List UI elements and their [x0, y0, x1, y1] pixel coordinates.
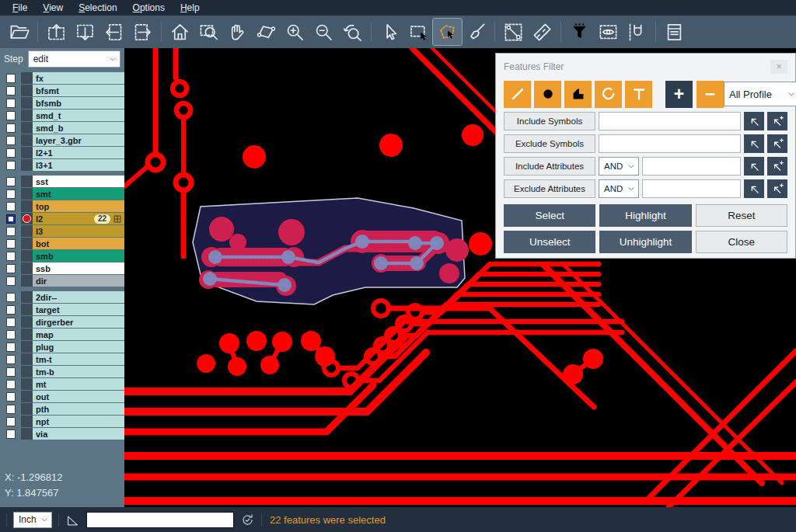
pan-hand-button[interactable]: [223, 19, 252, 45]
layer-name-cell[interactable]: tm-t: [33, 353, 124, 365]
layer-checkbox[interactable]: [6, 405, 16, 414]
layer-name-cell[interactable]: bot: [33, 238, 124, 249]
layer-active-cell[interactable]: [21, 304, 33, 315]
layer-checkbox[interactable]: [6, 252, 16, 261]
layer-checkbox[interactable]: [6, 161, 16, 170]
layer-checkbox[interactable]: [6, 239, 16, 249]
reset-button[interactable]: Reset: [696, 204, 787, 227]
layer-checkbox[interactable]: [6, 367, 16, 377]
command-input[interactable]: [86, 512, 234, 528]
exclude-symbols-input[interactable]: [599, 134, 741, 153]
layer-checkbox[interactable]: [6, 227, 16, 236]
layer-name-cell[interactable]: l3+1: [33, 159, 124, 171]
mode-plus-button[interactable]: +: [665, 81, 693, 108]
include-attributes-operator-combobox[interactable]: AND: [599, 157, 639, 176]
layer-name-cell[interactable]: l2+1: [33, 147, 124, 158]
zoom-in-button[interactable]: [281, 19, 309, 45]
layer-checkbox[interactable]: [6, 429, 16, 439]
layer-checkbox[interactable]: [6, 190, 16, 199]
select-button[interactable]: Select: [504, 204, 595, 227]
brush-select-button[interactable]: [462, 19, 491, 45]
exclude-attributes-input[interactable]: [642, 179, 741, 198]
layer-name-cell[interactable]: mt: [33, 378, 124, 390]
layer-active-cell[interactable]: [21, 213, 33, 224]
layer-checkbox[interactable]: [6, 355, 16, 364]
close-button[interactable]: Close: [696, 231, 787, 253]
pan-down-button[interactable]: [71, 19, 100, 45]
layer-active-cell[interactable]: [21, 353, 33, 365]
layer-name-cell[interactable]: smd_b: [33, 122, 124, 134]
layer-active-cell[interactable]: [21, 110, 33, 121]
layer-name-cell[interactable]: top: [33, 200, 124, 212]
profile-combobox[interactable]: All Profile: [724, 82, 796, 106]
layer-active-cell[interactable]: [21, 225, 33, 237]
layer-checkbox[interactable]: [6, 380, 16, 389]
layer-name-cell[interactable]: out: [33, 391, 124, 402]
layer-name-cell[interactable]: fx: [33, 72, 124, 84]
layer-active-cell[interactable]: [21, 291, 33, 303]
layer-checkbox[interactable]: [6, 417, 16, 426]
layer-name-cell[interactable]: tm-b: [33, 366, 124, 377]
ruler-button[interactable]: [528, 19, 557, 45]
filter-surface-button[interactable]: [564, 81, 592, 108]
layer-active-cell[interactable]: [21, 329, 33, 340]
menu-help[interactable]: Help: [173, 0, 208, 16]
layer-checkbox[interactable]: [6, 136, 16, 145]
layer-active-cell[interactable]: [21, 159, 33, 171]
menu-file[interactable]: File: [5, 0, 35, 16]
sync-icon[interactable]: [240, 513, 255, 527]
units-combobox[interactable]: Inch: [13, 512, 52, 528]
include-symbols-button[interactable]: Include Symbols: [504, 112, 595, 130]
layer-active-cell[interactable]: [21, 428, 33, 440]
layer-name-cell[interactable]: dirgerber: [33, 316, 124, 328]
layer-checkbox[interactable]: [6, 264, 16, 273]
mode-minus-button[interactable]: −: [696, 81, 724, 108]
layer-active-cell[interactable]: [21, 416, 33, 427]
include-attributes-button[interactable]: Include Attributes: [504, 157, 595, 176]
layer-name-cell[interactable]: ssb: [33, 263, 124, 274]
layer-checkbox[interactable]: [6, 276, 16, 286]
layer-active-cell[interactable]: [21, 250, 33, 262]
angle-measure-icon[interactable]: [65, 513, 80, 527]
layer-name-cell[interactable]: l222: [33, 213, 124, 224]
layer-active-cell[interactable]: [21, 263, 33, 274]
zoom-out-button[interactable]: [309, 19, 338, 45]
layer-name-cell[interactable]: target: [33, 304, 124, 315]
include-attributes-pick-button[interactable]: [744, 157, 764, 176]
step-combobox[interactable]: edit: [28, 50, 120, 68]
filter-button[interactable]: [565, 19, 594, 45]
exclude-attributes-pick-add-button[interactable]: [767, 179, 787, 198]
include-symbols-input[interactable]: [599, 112, 741, 130]
layer-active-cell[interactable]: [21, 275, 33, 287]
pan-up-button[interactable]: [42, 19, 71, 45]
layer-checkbox[interactable]: [6, 123, 16, 133]
layer-active-cell[interactable]: [21, 176, 33, 187]
layer-checkbox[interactable]: [6, 74, 16, 83]
include-attributes-pick-add-button[interactable]: [767, 157, 787, 176]
layer-name-cell[interactable]: sst: [33, 176, 124, 187]
layer-checkbox[interactable]: [6, 305, 16, 315]
layer-active-cell[interactable]: [21, 188, 33, 200]
open-button[interactable]: [5, 19, 33, 45]
measure-line-button[interactable]: [499, 19, 528, 45]
layer-active-cell[interactable]: [21, 122, 33, 134]
layer-name-cell[interactable]: smb: [33, 250, 124, 262]
filter-pad-button[interactable]: [534, 81, 561, 108]
layer-active-cell[interactable]: [21, 147, 33, 158]
filter-line-button[interactable]: [504, 81, 531, 108]
filter-text-button[interactable]: [625, 81, 652, 108]
layer-name-cell[interactable]: npt: [33, 416, 124, 427]
layer-name-cell[interactable]: 2dir--: [33, 291, 124, 303]
include-symbols-pick-add-button[interactable]: [767, 112, 787, 130]
unselect-button[interactable]: Unselect: [504, 231, 595, 253]
exclude-symbols-pick-button[interactable]: [744, 134, 764, 153]
layer-active-cell[interactable]: [21, 200, 33, 212]
layer-active-cell[interactable]: [21, 341, 33, 353]
layer-name-cell[interactable]: bfsmb: [33, 97, 124, 109]
layer-active-cell[interactable]: [21, 97, 33, 109]
layer-active-cell[interactable]: [21, 72, 33, 84]
layer-name-cell[interactable]: bfsmt: [33, 85, 124, 96]
menu-selection[interactable]: Selection: [71, 0, 124, 16]
layer-name-cell[interactable]: layer_3.gbr: [33, 134, 124, 146]
filter-arc-button[interactable]: [595, 81, 622, 108]
